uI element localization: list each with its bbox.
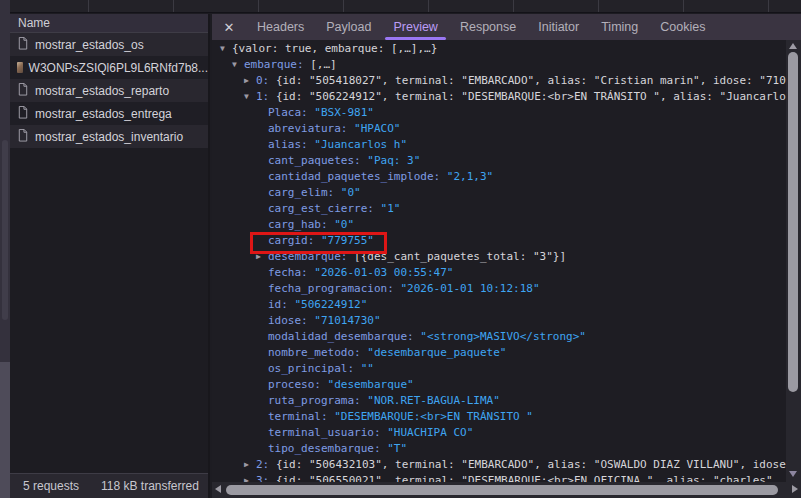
- tab-initiator[interactable]: Initiator: [527, 14, 590, 40]
- property-value: "HPACO": [354, 122, 400, 135]
- request-row[interactable]: mostrar_estados_reparto: [10, 79, 208, 102]
- tab-preview[interactable]: Preview: [382, 14, 448, 40]
- name-column-header[interactable]: Name: [10, 14, 208, 33]
- horizontal-scrollbar-thumb[interactable]: [226, 485, 778, 495]
- property-key: modalidad_desembarque:: [268, 330, 420, 343]
- property-key: fecha_programacion:: [268, 282, 400, 295]
- arrow-spacer: [256, 297, 268, 313]
- collapsed-arrow-icon[interactable]: ▶: [244, 457, 256, 473]
- arrow-spacer: [256, 441, 268, 457]
- json-preview-tree: ▼{valor: true, embarque: [,…],…}▼embarqu…: [212, 40, 786, 482]
- tab-cookies[interactable]: Cookies: [649, 14, 716, 40]
- detail-tab-bar: ✕ HeadersPayloadPreviewResponseInitiator…: [212, 14, 801, 40]
- tab-label: Timing: [601, 20, 638, 34]
- property-key: cant_paquetes:: [268, 154, 367, 167]
- tree-row[interactable]: ▶3: {id: "506550021", terminal: "DESEMBA…: [212, 473, 786, 482]
- request-row[interactable]: mostrar_estados_entrega: [10, 102, 208, 125]
- tree-row: terminal_usuario: "HUACHIPA CO": [212, 425, 786, 441]
- tab-label: Preview: [393, 20, 437, 34]
- tab-headers[interactable]: Headers: [246, 14, 315, 40]
- requests-count: 5 requests: [23, 479, 79, 493]
- property-value: "<strong>MASIVO</strong>": [420, 330, 586, 343]
- tree-row: modalidad_desembarque: "<strong>MASIVO</…: [212, 329, 786, 345]
- property-value: "2026-01-03 00:55:47": [314, 266, 453, 279]
- property-key: 3:: [256, 474, 276, 482]
- property-key: proceso:: [268, 378, 328, 391]
- tree-row: id: "506224912": [212, 297, 786, 313]
- request-name: mostrar_estados_reparto: [35, 84, 169, 98]
- tab-label: Payload: [326, 20, 371, 34]
- tree-row[interactable]: ▼embarque: [,…]: [212, 57, 786, 73]
- tree-row[interactable]: ▼1: {id: "506224912", terminal: "DESEMBA…: [212, 89, 786, 105]
- document-file-icon: [17, 83, 29, 99]
- arrow-spacer: [256, 281, 268, 297]
- tree-row: abreviatura: "HPACO": [212, 121, 786, 137]
- tree-row[interactable]: ▶0: {id: "505418027", terminal: "EMBARCA…: [212, 73, 786, 89]
- arrow-spacer: [256, 169, 268, 185]
- property-value: "Juancarlos h": [314, 138, 407, 151]
- arrow-spacer: [256, 153, 268, 169]
- collapsed-arrow-icon[interactable]: ▶: [244, 473, 256, 482]
- scroll-right-icon[interactable]: [792, 485, 798, 493]
- tab-payload[interactable]: Payload: [315, 14, 382, 40]
- request-row[interactable]: W3ONPsZSIQl6PL9L6RNfd7b8...: [10, 56, 208, 79]
- property-value: "T": [387, 442, 407, 455]
- property-key: carg_est_cierre:: [268, 202, 381, 215]
- property-key: carg_hab:: [268, 218, 334, 231]
- tab-label: Headers: [257, 20, 304, 34]
- property-key: tipo_desembarque:: [268, 442, 387, 455]
- request-detail-panel: ✕ HeadersPayloadPreviewResponseInitiator…: [212, 14, 801, 498]
- property-key: embarque:: [244, 58, 310, 71]
- request-row[interactable]: mostrar_estados_inventario: [10, 125, 208, 148]
- page-edge-strip: [0, 0, 10, 498]
- page-edge-strip-bottom: [0, 362, 10, 498]
- arrow-spacer: [256, 345, 268, 361]
- tab-timing[interactable]: Timing: [590, 14, 649, 40]
- property-key: 2:: [256, 458, 276, 471]
- tree-row: tipo_desembarque: "T": [212, 441, 786, 457]
- arrow-spacer: [256, 185, 268, 201]
- expanded-arrow-icon[interactable]: ▼: [232, 57, 244, 73]
- tree-row: fecha_programacion: "2026-01-01 10:12:18…: [212, 281, 786, 297]
- tree-row: alias: "Juancarlos h": [212, 137, 786, 153]
- arrow-spacer: [256, 201, 268, 217]
- network-overview-timeline: [10, 0, 801, 13]
- tree-row: cantidad_paquetes_implode: "2,1,3": [212, 169, 786, 185]
- network-request-panel: Name mostrar_estados_osW3ONPsZSIQl6PL9L6…: [10, 14, 210, 498]
- request-name: W3ONPsZSIQl6PL9L6RNfd7b8...: [29, 61, 208, 75]
- tree-row: terminal: "DESEMBARQUE:<br>EN TRÁNSITO ": [212, 409, 786, 425]
- scroll-left-icon[interactable]: [215, 485, 221, 493]
- collapsed-arrow-icon[interactable]: ▶: [244, 73, 256, 89]
- tree-row: os_principal: "": [212, 361, 786, 377]
- annotation-highlight-box: [250, 232, 387, 254]
- tab-label: Response: [460, 20, 516, 34]
- expanded-arrow-icon[interactable]: ▼: [244, 89, 256, 105]
- object-preview: [,…]: [310, 58, 337, 71]
- tree-row: fecha: "2026-01-03 00:55:47": [212, 265, 786, 281]
- close-icon[interactable]: ✕: [212, 14, 246, 40]
- request-name: mostrar_estados_entrega: [35, 107, 172, 121]
- page-scrollbar-thumb[interactable]: [2, 140, 8, 320]
- horizontal-scrollbar[interactable]: [212, 482, 801, 498]
- request-row[interactable]: mostrar_estados_os: [10, 33, 208, 56]
- property-key: alias:: [268, 138, 314, 151]
- tree-row[interactable]: ▶2: {id: "506432103", terminal: "EMBARCA…: [212, 457, 786, 473]
- vertical-scrollbar-thumb[interactable]: [788, 52, 798, 392]
- vertical-scrollbar[interactable]: [786, 40, 801, 496]
- tree-row: cant_paquetes: "Paq: 3": [212, 153, 786, 169]
- expanded-arrow-icon[interactable]: ▼: [220, 41, 232, 57]
- tree-row: carg_hab: "0": [212, 217, 786, 233]
- property-value: "NOR.RET-BAGUA-LIMA": [367, 394, 499, 407]
- tab-response[interactable]: Response: [449, 14, 527, 40]
- scroll-down-icon[interactable]: [789, 471, 797, 477]
- arrow-spacer: [256, 313, 268, 329]
- tree-row: carg_est_cierre: "1": [212, 201, 786, 217]
- property-value: "HUACHIPA CO": [387, 426, 473, 439]
- object-preview: {id: "506432103", terminal: "EMBARCADO",…: [276, 458, 786, 471]
- property-value: "BSX-981": [314, 106, 374, 119]
- arrow-spacer: [256, 217, 268, 233]
- tree-row[interactable]: ▼{valor: true, embarque: [,…],…}: [212, 41, 786, 57]
- arrow-spacer: [256, 409, 268, 425]
- property-value: "2,1,3": [447, 170, 493, 183]
- scroll-up-icon[interactable]: [789, 43, 797, 49]
